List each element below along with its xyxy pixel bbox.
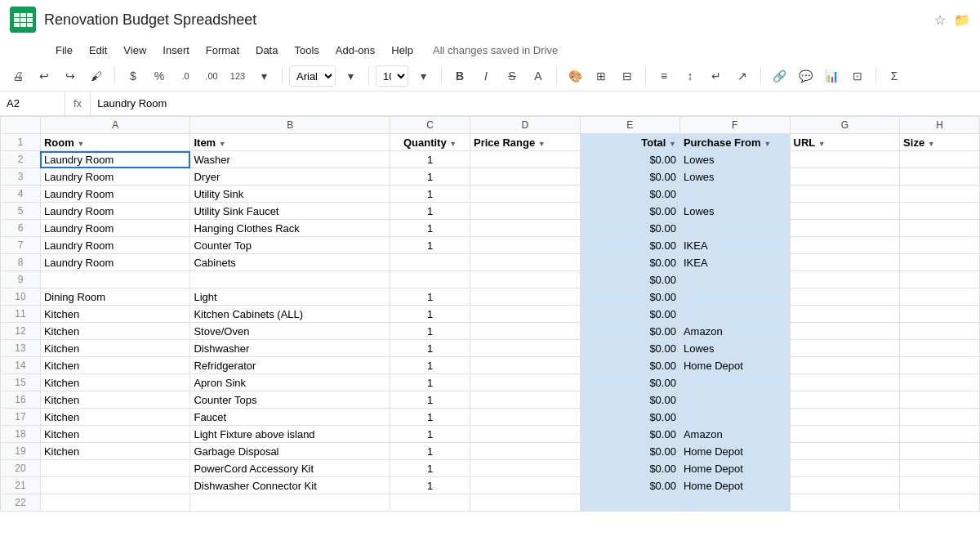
cell-5-a[interactable]: Laundry Room: [40, 203, 190, 220]
cell-10-d[interactable]: [470, 288, 581, 306]
cell-3-b[interactable]: Dryer: [190, 168, 390, 186]
cell-13-c[interactable]: 1: [390, 340, 470, 357]
cell-20-c[interactable]: 1: [390, 460, 470, 477]
cell-1-a[interactable]: Room ▼: [40, 134, 190, 151]
cell-16-b[interactable]: Counter Tops: [190, 391, 390, 409]
cell-4-e[interactable]: $0.00: [580, 186, 679, 203]
cell-1-f[interactable]: Purchase From ▼: [679, 134, 790, 151]
menu-insert[interactable]: Insert: [156, 41, 196, 60]
format-dropdown-button[interactable]: ▾: [252, 65, 275, 87]
cell-22-b[interactable]: [190, 494, 390, 512]
cell-8-g[interactable]: [790, 254, 900, 271]
cell-9-d[interactable]: [470, 271, 581, 288]
menu-view[interactable]: View: [117, 41, 153, 60]
format-123-button[interactable]: 123: [226, 65, 249, 87]
formula-content[interactable]: Laundry Room: [91, 97, 980, 110]
font-size-dropdown-button[interactable]: ▾: [412, 65, 434, 87]
strikethrough-button[interactable]: S: [501, 65, 523, 87]
cell-19-c[interactable]: 1: [390, 443, 470, 460]
cell-4-f[interactable]: [679, 186, 790, 203]
cell-17-b[interactable]: Faucet: [190, 409, 390, 426]
cell-15-e[interactable]: $0.00: [580, 374, 679, 391]
cell-22-f[interactable]: [679, 494, 790, 512]
cell-3-e[interactable]: $0.00: [580, 168, 679, 186]
cell-12-g[interactable]: [790, 323, 900, 340]
cell-4-d[interactable]: [470, 186, 581, 203]
cell-15-h[interactable]: [900, 374, 980, 391]
cell-2-e[interactable]: $0.00: [580, 151, 679, 168]
cell-11-h[interactable]: [900, 306, 980, 323]
rotate-button[interactable]: ↗: [731, 65, 754, 87]
cell-13-g[interactable]: [790, 340, 900, 357]
cell-10-g[interactable]: [790, 288, 900, 306]
cell-6-a[interactable]: Laundry Room: [40, 220, 190, 237]
menu-edit[interactable]: Edit: [82, 41, 114, 60]
cell-5-g[interactable]: [790, 203, 900, 220]
cell-2-b[interactable]: Washer: [190, 151, 390, 168]
cell-18-a[interactable]: Kitchen: [40, 426, 190, 443]
cell-3-c[interactable]: 1: [390, 168, 470, 186]
font-dropdown-button[interactable]: ▾: [339, 65, 362, 87]
cell-20-e[interactable]: $0.00: [580, 460, 679, 477]
cell-12-e[interactable]: $0.00: [580, 323, 679, 340]
decimal-inc-button[interactable]: .00: [200, 65, 223, 87]
cell-8-b[interactable]: Cabinets: [190, 254, 390, 271]
cell-2-f[interactable]: Lowes: [679, 151, 790, 168]
cell-11-a[interactable]: Kitchen: [40, 306, 190, 323]
cell-20-a[interactable]: [40, 460, 190, 477]
cell-10-h[interactable]: [900, 288, 980, 306]
cell-3-a[interactable]: Laundry Room: [40, 168, 190, 186]
col-header-e[interactable]: E: [580, 117, 679, 134]
wrap-button[interactable]: ↵: [705, 65, 728, 87]
cell-18-d[interactable]: [470, 426, 581, 443]
cell-4-c[interactable]: 1: [390, 186, 470, 203]
cell-1-c[interactable]: Quantity ▼: [390, 134, 470, 151]
cell-7-e[interactable]: $0.00: [580, 237, 679, 254]
align-button[interactable]: ≡: [653, 65, 675, 87]
cell-17-g[interactable]: [790, 409, 900, 426]
cell-12-a[interactable]: Kitchen: [40, 323, 190, 340]
col-header-h[interactable]: H: [900, 117, 980, 134]
cell-16-f[interactable]: [679, 391, 790, 409]
cell-6-f[interactable]: [679, 220, 790, 237]
cell-7-a[interactable]: Laundry Room: [40, 237, 190, 254]
cell-5-d[interactable]: [470, 203, 581, 220]
cell-7-d[interactable]: [470, 237, 581, 254]
cell-9-c[interactable]: [390, 271, 470, 288]
font-family-select[interactable]: Arial: [289, 65, 336, 87]
folder-icon[interactable]: 📁: [954, 12, 970, 28]
cell-22-h[interactable]: [900, 494, 980, 512]
cell-4-h[interactable]: [900, 186, 980, 203]
cell-5-e[interactable]: $0.00: [580, 203, 679, 220]
cell-17-c[interactable]: 1: [390, 409, 470, 426]
cell-10-c[interactable]: 1: [390, 288, 470, 306]
cell-13-h[interactable]: [900, 340, 980, 357]
cell-21-a[interactable]: [40, 477, 190, 494]
cell-13-b[interactable]: Dishwasher: [190, 340, 390, 357]
cell-22-c[interactable]: [390, 494, 470, 512]
cell-10-b[interactable]: Light: [190, 288, 390, 306]
valign-button[interactable]: ↕: [679, 65, 702, 87]
cell-22-a[interactable]: [40, 494, 190, 512]
cell-20-h[interactable]: [900, 460, 980, 477]
link-button[interactable]: 🔗: [768, 65, 791, 87]
cell-12-d[interactable]: [470, 323, 581, 340]
cell-21-d[interactable]: [470, 477, 581, 494]
cell-11-b[interactable]: Kitchen Cabinets (ALL): [190, 306, 390, 323]
cell-18-h[interactable]: [900, 426, 980, 443]
cell-8-f[interactable]: IKEA: [679, 254, 790, 271]
cell-19-e[interactable]: $0.00: [580, 443, 679, 460]
cell-16-e[interactable]: $0.00: [580, 391, 679, 409]
cell-21-b[interactable]: Dishwasher Connector Kit: [190, 477, 390, 494]
cell-17-h[interactable]: [900, 409, 980, 426]
cell-21-c[interactable]: 1: [390, 477, 470, 494]
col-header-g[interactable]: G: [790, 117, 900, 134]
star-icon[interactable]: ☆: [934, 12, 946, 28]
cell-11-e[interactable]: $0.00: [580, 306, 679, 323]
paint-format-button[interactable]: 🖌: [85, 65, 108, 87]
cell-9-h[interactable]: [900, 271, 980, 288]
cell-16-a[interactable]: Kitchen: [40, 391, 190, 409]
cell-8-d[interactable]: [470, 254, 581, 271]
cell-19-f[interactable]: Home Depot: [679, 443, 790, 460]
cell-2-g[interactable]: [790, 151, 900, 168]
